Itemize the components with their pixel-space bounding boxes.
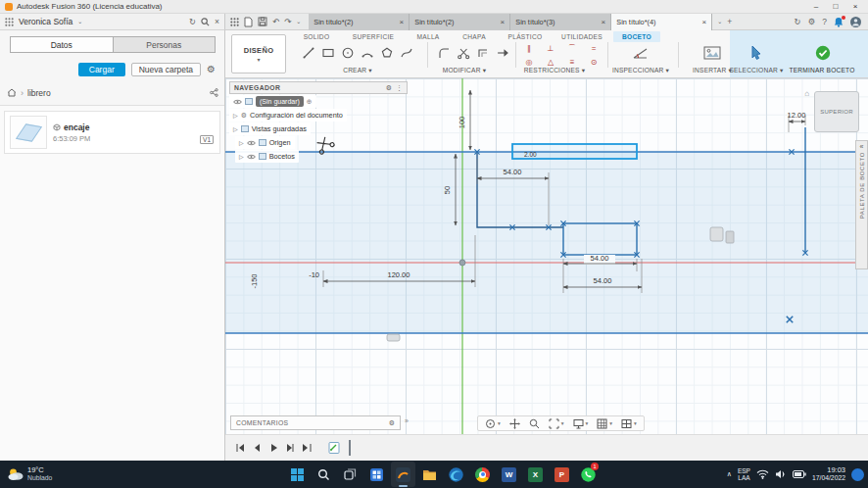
window-maximize-button[interactable]: □ <box>828 0 844 13</box>
taskbar-search-button[interactable] <box>312 462 336 487</box>
finish-sketch-label[interactable]: TERMINAR BOCETO <box>790 67 855 73</box>
eye-icon[interactable] <box>233 99 242 105</box>
notifications-bell-icon[interactable] <box>834 17 844 27</box>
tab-close-icon[interactable]: × <box>400 18 405 26</box>
file-menu-grid-icon[interactable] <box>230 18 239 26</box>
sketch-palette-collapsed[interactable]: « PALETA DE BOCETO <box>855 140 868 269</box>
taskbar-clock[interactable]: 19:03 17/04/2022 <box>812 465 845 482</box>
search-icon[interactable] <box>201 18 210 26</box>
taskbar-file-explorer-icon[interactable] <box>417 462 442 487</box>
insert-group-dropdown[interactable]: INSERTAR ▾ <box>693 67 732 74</box>
new-folder-button[interactable]: Nueva carpeta <box>131 63 201 76</box>
viewcube[interactable]: SUPERIOR <box>814 91 859 132</box>
insert-image-tool[interactable] <box>703 43 721 63</box>
tray-overflow-icon[interactable]: ∧ <box>727 470 732 478</box>
taskbar-start-button[interactable] <box>285 462 310 487</box>
app-grid-icon[interactable] <box>5 18 14 26</box>
env-tab-plastico[interactable]: PLÁSTICO <box>500 31 551 42</box>
taskbar-excel-icon[interactable]: X <box>523 462 548 487</box>
timeline-step-forward-button[interactable] <box>285 443 295 453</box>
parallel-constraint-icon[interactable]: ∥ <box>521 42 537 55</box>
fix-constraint-icon[interactable]: ⊙ <box>586 56 602 69</box>
browser-item-document-settings[interactable]: ▷ ⚙ Configuración del documento <box>229 109 408 122</box>
new-tab-icon[interactable]: + <box>727 18 732 26</box>
reference-label-neg10[interactable]: -10 <box>309 270 319 279</box>
browser-menu-icon[interactable]: ⋮ <box>396 84 403 91</box>
dimension-label-54-bottom[interactable]: 54.00 <box>594 276 612 285</box>
grid-settings-tool[interactable]: ▾ <box>597 418 612 429</box>
timeline-skip-start-button[interactable] <box>235 443 245 453</box>
env-tab-malla[interactable]: MALLA <box>408 31 449 42</box>
comments-gear-icon[interactable]: ⚙ <box>389 419 395 426</box>
taskbar-edge-icon[interactable] <box>444 462 468 487</box>
reference-label-50[interactable]: 50 <box>443 186 452 194</box>
keyboard-language-indicator[interactable]: ESP LAA <box>738 467 750 481</box>
eye-icon[interactable] <box>247 154 256 160</box>
orbit-tool[interactable]: ▾ <box>485 418 501 429</box>
data-settings-gear-icon[interactable]: ⚙ <box>207 65 216 74</box>
battery-icon[interactable] <box>793 470 806 478</box>
window-close-button[interactable]: × <box>847 0 863 13</box>
model-canvas[interactable]: 54.00 100 50 120.00 -10 -150 54.00 54.00… <box>225 78 868 434</box>
taskbar-widgets-button[interactable] <box>364 462 389 487</box>
comments-bar[interactable]: COMENTARIOS ⚙ <box>230 415 401 430</box>
redo-dropdown-icon[interactable]: ⌄ <box>296 19 301 24</box>
dimension-label-12[interactable]: 12.00 <box>788 111 806 120</box>
env-tab-utilidades[interactable]: UTILIDADES <box>555 31 609 42</box>
offset-tool[interactable] <box>474 43 492 63</box>
reference-label-neg150[interactable]: -150 <box>250 273 259 288</box>
create-group-dropdown[interactable]: CREAR ▾ <box>343 67 372 74</box>
share-icon[interactable] <box>210 88 218 97</box>
breadcrumb-folder[interactable]: librero <box>27 88 51 98</box>
volume-icon[interactable] <box>775 469 787 479</box>
tab-close-icon[interactable]: × <box>702 18 707 26</box>
tab-personas[interactable]: Personas <box>114 36 217 53</box>
project-item-encaje[interactable]: encaje 6:53:09 PM V1 <box>4 111 220 154</box>
refresh-icon[interactable]: ↻ <box>189 18 196 26</box>
display-settings-tool[interactable]: ▾ <box>573 418 589 429</box>
browser-root-row[interactable]: (Sin guardar) ⊕ <box>229 95 408 108</box>
add-icon[interactable]: ⊕ <box>307 98 313 106</box>
tree-caret-icon[interactable]: ▷ <box>239 153 244 160</box>
origin-point[interactable] <box>459 260 465 266</box>
browser-gear-icon[interactable]: ⚙ <box>386 84 392 91</box>
job-status-icon[interactable]: ↻ <box>795 18 801 26</box>
arc-tool[interactable] <box>359 43 376 63</box>
file-icon[interactable] <box>244 17 253 27</box>
undo-icon[interactable]: ↶ <box>272 18 279 26</box>
document-tab-1[interactable]: Sin título*(2)× <box>309 14 410 30</box>
window-minimize-button[interactable]: – <box>808 0 824 13</box>
redo-icon[interactable]: ↷ <box>284 18 291 26</box>
viewports-tool[interactable]: ▾ <box>621 418 637 429</box>
taskbar-fusion360-icon[interactable] <box>391 462 415 487</box>
browser-panel-header[interactable]: NAVEGADOR ⚙ ⋮ <box>229 81 408 94</box>
line-tool[interactable] <box>300 43 317 63</box>
env-tab-solido[interactable]: SOLIDO <box>294 31 339 42</box>
tab-list-icon[interactable]: ⌄ <box>717 19 722 24</box>
viewcube-home-icon[interactable]: ⌂ <box>804 89 809 98</box>
env-tab-superficie[interactable]: SUPERFICIE <box>343 31 404 42</box>
taskbar-powerpoint-icon[interactable]: P <box>550 462 574 487</box>
upload-button[interactable]: Cargar <box>78 63 125 76</box>
timeline-play-button[interactable] <box>268 443 278 453</box>
env-tab-chapa[interactable]: CHAPA <box>453 31 496 42</box>
select-group-dropdown[interactable]: SELECCIONAR ▾ <box>729 67 783 74</box>
fillet-tool[interactable] <box>435 43 453 63</box>
user-name[interactable]: Veronica Sofía <box>19 17 72 26</box>
tree-caret-icon[interactable]: ▷ <box>239 139 244 146</box>
wifi-icon[interactable] <box>756 469 769 479</box>
tab-close-icon[interactable]: × <box>602 18 606 26</box>
tree-caret-icon[interactable]: ▷ <box>233 112 238 119</box>
finish-sketch-button[interactable] <box>814 43 832 63</box>
extend-tool[interactable] <box>494 43 511 63</box>
zoom-tool[interactable] <box>529 418 540 429</box>
inspect-group-dropdown[interactable]: INSPECCIONAR ▾ <box>612 67 669 74</box>
taskbar-whatsapp-icon[interactable]: 1 <box>576 462 601 487</box>
tab-datos[interactable]: Datos <box>10 36 114 53</box>
fit-view-tool[interactable]: ▾ <box>549 418 564 429</box>
panel-close-icon[interactable]: × <box>215 18 219 26</box>
comments-expand-icon[interactable]: » <box>405 417 409 424</box>
expand-palette-icon[interactable]: « <box>860 143 864 150</box>
measure-tool[interactable] <box>632 43 650 63</box>
timeline-step-back-button[interactable] <box>252 443 262 453</box>
